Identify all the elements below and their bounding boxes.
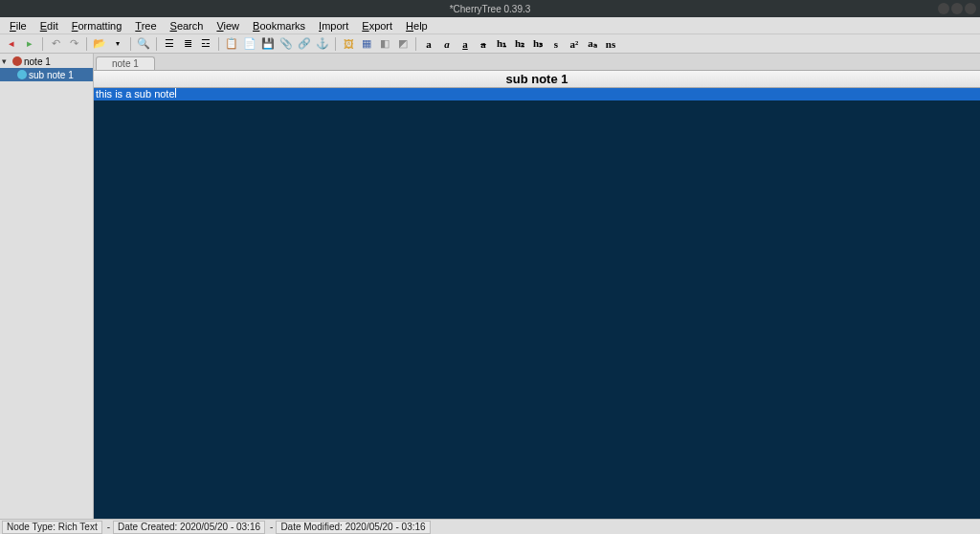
tree-node-icon — [17, 70, 27, 79]
window-minimize-button[interactable] — [938, 3, 949, 14]
toolbar-strike-button[interactable]: a — [476, 36, 491, 52]
main-body: ▾ note 1 sub note 1 note 1 sub note 1 th… — [0, 54, 980, 519]
menu-view[interactable]: View — [211, 19, 245, 33]
window-title: *CherryTree 0.39.3 — [450, 4, 531, 14]
toolbar-separator — [218, 37, 219, 51]
editor-text: this is a sub note — [96, 88, 175, 100]
node-header: sub note 1 — [94, 71, 980, 88]
menu-import[interactable]: Import — [313, 19, 354, 33]
toolbar-code-icon[interactable]: ◧ — [377, 36, 392, 52]
toolbar-table-icon[interactable]: ▦ — [359, 36, 374, 52]
tab-note1[interactable]: note 1 — [96, 56, 155, 70]
window-maximize-button[interactable] — [951, 3, 963, 14]
toolbar-separator — [415, 37, 416, 51]
toolbar-open-icon[interactable]: 📂 — [92, 36, 107, 52]
toolbar-copy-icon[interactable]: 📋 — [224, 36, 239, 52]
window-titlebar: *CherryTree 0.39.3 — [0, 0, 980, 17]
toolbar-separator — [86, 37, 87, 51]
status-date-created: Date Created: 2020/05/20 - 03:16 — [113, 521, 265, 534]
toolbar-h3-button[interactable]: h₃ — [530, 36, 546, 52]
toolbar-paste-icon[interactable]: 📄 — [242, 36, 257, 52]
tree-root-note1[interactable]: ▾ note 1 — [0, 55, 93, 68]
status-sep: - — [270, 522, 273, 532]
menubar: File Edit Formatting Tree Search View Bo… — [0, 17, 980, 34]
toolbar-list-number-icon[interactable]: ≣ — [180, 36, 195, 52]
toolbar-special-icon[interactable]: ◩ — [395, 36, 411, 52]
menu-help[interactable]: Help — [400, 19, 434, 33]
menu-search[interactable]: Search — [165, 19, 210, 33]
toolbar-redo-icon[interactable]: ↷ — [66, 36, 81, 52]
toolbar-list-todo-icon[interactable]: ☲ — [198, 36, 213, 52]
node-header-title: sub note 1 — [505, 72, 568, 86]
toolbar-italic-button[interactable]: a — [439, 36, 455, 52]
editor-body[interactable] — [94, 100, 980, 519]
menu-tree[interactable]: Tree — [129, 19, 162, 33]
tree-node-label: sub note 1 — [29, 70, 74, 80]
tree-child-subnote1[interactable]: sub note 1 — [0, 68, 93, 81]
window-close-button[interactable] — [965, 3, 976, 14]
toolbar-attach-icon[interactable]: 📎 — [278, 36, 294, 52]
toolbar-save-icon[interactable]: 💾 — [260, 36, 276, 52]
toolbar-separator — [42, 37, 43, 51]
statusbar: Node Type: Rich Text - Date Created: 202… — [0, 519, 980, 534]
status-node-type: Node Type: Rich Text — [2, 521, 102, 534]
toolbar-sub-button[interactable]: aₐ — [585, 36, 600, 52]
toolbar-dropdown-icon[interactable]: ▾ — [110, 36, 125, 52]
tree-node-icon — [12, 56, 22, 66]
tree-panel: ▾ note 1 sub note 1 — [0, 54, 94, 519]
toolbar-separator — [156, 37, 157, 51]
toolbar-undo-icon[interactable]: ↶ — [48, 36, 63, 52]
menu-bookmarks[interactable]: Bookmarks — [247, 19, 311, 33]
tabstrip: note 1 — [94, 54, 980, 71]
toolbar-h1-button[interactable]: h₁ — [494, 36, 509, 52]
toolbar-ns-button[interactable]: ns — [603, 36, 618, 52]
toolbar-image-icon[interactable]: 🖼 — [341, 36, 356, 52]
editor-first-line[interactable]: this is a sub note — [94, 88, 980, 100]
toolbar-separator — [335, 37, 336, 51]
toolbar-s-button[interactable]: s — [548, 36, 564, 52]
tree-expander-icon[interactable]: ▾ — [2, 56, 11, 66]
toolbar-sup-button[interactable]: a² — [567, 36, 582, 52]
menu-export[interactable]: Export — [356, 19, 398, 33]
toolbar-separator — [130, 37, 131, 51]
toolbar-h2-button[interactable]: h₂ — [512, 36, 527, 52]
toolbar-link-icon[interactable]: 🔗 — [297, 36, 312, 52]
text-cursor-icon — [175, 88, 176, 98]
status-sep: - — [107, 522, 110, 532]
toolbar-zoom-icon[interactable]: 🔍 — [136, 36, 151, 52]
toolbar-anchor-icon[interactable]: ⚓ — [315, 36, 330, 52]
window-controls — [938, 3, 976, 14]
editor-area: note 1 sub note 1 this is a sub note — [94, 54, 980, 519]
status-date-modified: Date Modified: 2020/05/20 - 03:16 — [276, 521, 430, 534]
menu-formatting[interactable]: Formatting — [66, 19, 128, 33]
toolbar-list-bullet-icon[interactable]: ☰ — [162, 36, 177, 52]
toolbar-underline-button[interactable]: a — [457, 36, 473, 52]
toolbar: ◂ ▸ ↶ ↷ 📂 ▾ 🔍 ☰ ≣ ☲ 📋 📄 💾 📎 🔗 ⚓ 🖼 ▦ ◧ ◩ … — [0, 34, 980, 54]
menu-file[interactable]: File — [4, 19, 33, 33]
editor-content-row: this is a sub note — [94, 88, 980, 519]
menu-edit[interactable]: Edit — [34, 19, 64, 33]
toolbar-bold-button[interactable]: a — [421, 36, 436, 52]
toolbar-back-icon[interactable]: ◂ — [4, 36, 19, 52]
tree-node-label: note 1 — [24, 56, 51, 67]
toolbar-forward-icon[interactable]: ▸ — [22, 36, 37, 52]
